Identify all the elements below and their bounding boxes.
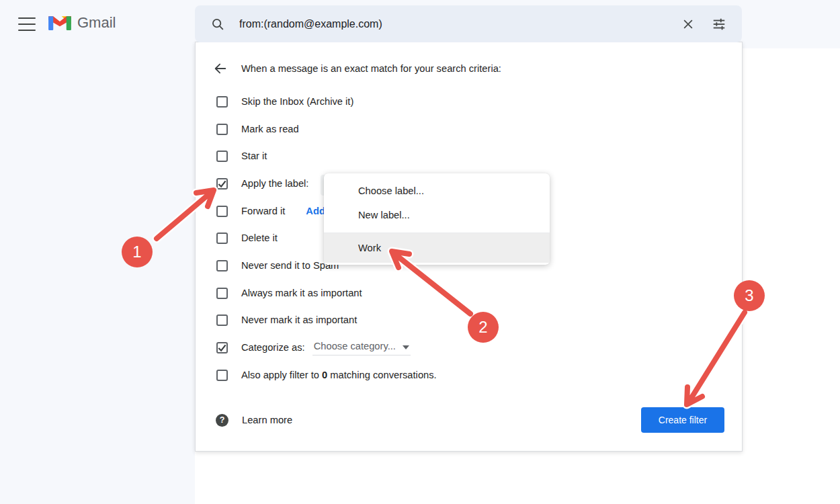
learn-more-link[interactable]: Learn more (242, 415, 292, 425)
search-bar[interactable] (195, 5, 742, 42)
label-dropdown-menu: Choose label... New label... Work (324, 173, 550, 265)
option-star-it: Star it (216, 144, 267, 167)
checkbox-skip-inbox[interactable] (216, 96, 228, 108)
back-arrow-icon[interactable] (213, 61, 228, 76)
gmail-logo: Gmail (48, 13, 116, 33)
option-mark-read: Mark as read (216, 118, 299, 140)
menu-item-choose-label[interactable]: Choose label... (324, 179, 550, 203)
option-forward-it: Forward it Add (216, 200, 325, 222)
clear-search-icon[interactable] (677, 13, 699, 35)
caret-down-icon (403, 340, 409, 352)
menu-item-new-label[interactable]: New label... (324, 203, 550, 227)
dialog-title: When a message is an exact match for you… (241, 63, 501, 74)
option-also-apply: Also apply filter to 0 matching conversa… (216, 364, 437, 386)
checkbox-star-it[interactable] (216, 151, 228, 162)
app-title: Gmail (77, 14, 116, 32)
menu-item-work[interactable]: Work (324, 233, 550, 263)
option-delete-it: Delete it (216, 226, 278, 249)
sidebar (0, 0, 195, 504)
checkbox-always-important[interactable] (216, 288, 228, 299)
matching-count: 0 (322, 370, 327, 380)
checkbox-never-important[interactable] (216, 314, 228, 326)
create-filter-button[interactable]: Create filter (641, 407, 724, 433)
search-input[interactable] (239, 18, 677, 30)
option-always-important: Always mark it as important (216, 282, 362, 304)
option-apply-label: Apply the label: (216, 172, 308, 195)
option-never-spam: Never send it to Spam (216, 254, 339, 277)
add-forwarding-address-link[interactable]: Add (306, 206, 325, 216)
checkbox-never-spam[interactable] (216, 260, 228, 271)
checkbox-mark-read[interactable] (216, 124, 228, 135)
gmail-m-icon (48, 13, 71, 33)
checkbox-apply-label[interactable] (216, 178, 228, 190)
search-options-icon[interactable] (708, 13, 730, 35)
hamburger-menu-icon[interactable] (18, 17, 36, 31)
option-categorize: Categorize as: Choose category... (216, 336, 411, 359)
search-icon[interactable] (207, 13, 228, 35)
category-select[interactable]: Choose category... (312, 340, 411, 355)
learn-more-row: ? Learn more (216, 409, 292, 431)
checkbox-forward-it[interactable] (216, 206, 228, 217)
checkbox-delete-it[interactable] (216, 233, 228, 244)
option-skip-inbox: Skip the Inbox (Archive it) (216, 90, 353, 113)
help-icon[interactable]: ? (216, 414, 228, 427)
checkbox-categorize[interactable] (216, 342, 228, 353)
svg-text:3: 3 (745, 286, 753, 304)
option-never-important: Never mark it as important (216, 308, 357, 331)
checkbox-also-apply[interactable] (216, 370, 228, 381)
